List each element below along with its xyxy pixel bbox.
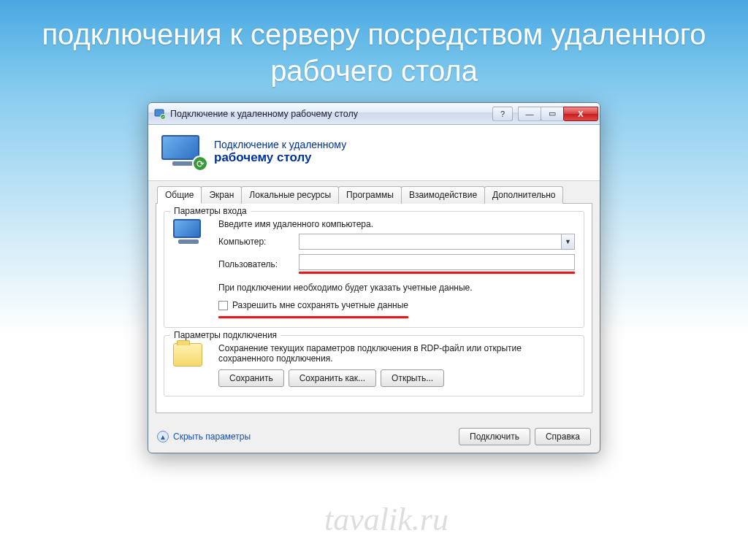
save-credentials-checkbox[interactable] [218,301,228,310]
highlight-underline-2 [218,316,408,318]
user-label: Пользователь: [218,259,291,269]
watermark: tavalik.ru [324,501,449,538]
tab-panel-general: Параметры входа Введите имя удаленного к… [156,204,592,413]
remote-desktop-icon: ⟳ [161,135,204,169]
folder-icon [173,343,202,367]
connect-button[interactable]: Подключить [459,428,530,445]
window-title: Подключение к удаленному рабочему столу [170,109,493,119]
credentials-note: При подключении необходимо будет указать… [218,283,575,293]
tab-experience[interactable]: Взаимодействие [401,186,485,204]
computer-icon [173,219,204,245]
computer-combobox[interactable]: ▼ [299,234,575,250]
tab-general[interactable]: Общие [157,186,202,204]
help-button[interactable]: Справка [535,428,591,445]
tab-advanced[interactable]: Дополнительно [484,186,563,204]
chevron-up-icon: ▲ [157,431,169,442]
username-input[interactable] [299,254,575,270]
dialog-header: ⟳ Подключение к удаленному рабочему стол… [148,125,600,181]
titlebar-maximize-button[interactable]: ▭ [541,107,564,121]
titlebar-close-button[interactable]: X [563,107,598,121]
chevron-down-icon[interactable]: ▼ [561,234,574,249]
hide-options-label: Скрыть параметры [173,431,251,442]
login-intro: Введите имя удаленного компьютера. [218,219,575,229]
slide-title: подключения к серверу посредством удален… [0,0,748,96]
hide-options-link[interactable]: ▲ Скрыть параметры [157,431,251,442]
save-as-button[interactable]: Сохранить как... [289,369,376,387]
tab-strip: Общие Экран Локальные ресурсы Программы … [156,185,592,204]
header-line2: рабочему столу [214,150,346,165]
tab-programs[interactable]: Программы [338,186,402,204]
highlight-underline [299,272,575,274]
save-button[interactable]: Сохранить [218,369,284,387]
tab-local-resources[interactable]: Локальные ресурсы [241,186,339,204]
connection-legend: Параметры подключения [170,330,280,340]
computer-label: Компьютер: [218,237,291,247]
titlebar-minimize-button[interactable]: — [518,107,541,121]
tab-display[interactable]: Экран [201,186,242,204]
titlebar-help-button[interactable]: ? [492,107,513,121]
connection-groupbox: Параметры подключения Сохранение текущих… [164,335,584,396]
dialog-footer: ▲ Скрыть параметры Подключить Справка [148,421,600,453]
rdp-dialog: Подключение к удаленному рабочему столу … [148,102,600,453]
computer-input[interactable] [299,234,561,249]
save-credentials-label: Разрешить мне сохранять учетные данные [232,300,408,310]
connection-desc: Сохранение текущих параметров подключени… [218,343,575,364]
app-icon [154,108,166,120]
header-line1: Подключение к удаленному [214,139,346,150]
login-legend: Параметры входа [170,206,251,216]
open-button[interactable]: Открыть... [381,369,444,387]
login-groupbox: Параметры входа Введите имя удаленного к… [164,211,584,328]
titlebar[interactable]: Подключение к удаленному рабочему столу … [148,103,600,125]
